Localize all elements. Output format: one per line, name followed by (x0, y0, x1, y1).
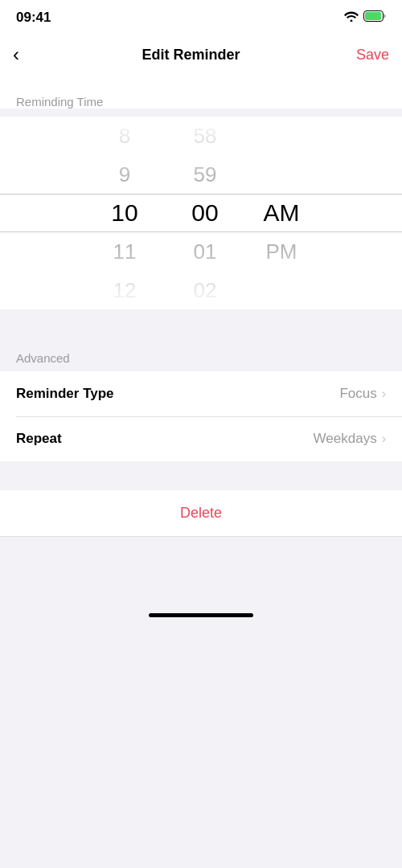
hour-item-9: 9 (84, 155, 165, 194)
picker-columns: 7 8 9 10 11 12 1 57 58 59 00 01 02 03 AM… (16, 117, 386, 309)
status-icons (344, 10, 386, 25)
minute-item-02: 02 (165, 271, 245, 309)
status-bar: 09:41 (0, 0, 402, 32)
minute-item-01: 01 (165, 232, 245, 271)
back-button[interactable]: ‹ (13, 40, 26, 69)
time-picker[interactable]: 7 8 9 10 11 12 1 57 58 59 00 01 02 03 AM… (0, 117, 402, 309)
reminder-type-value-group: Focus › (339, 386, 386, 402)
reminder-type-chevron-icon: › (382, 387, 386, 401)
hour-item-12: 12 (84, 271, 165, 309)
bottom-area (0, 537, 402, 633)
wifi-icon (344, 10, 359, 25)
home-indicator (149, 613, 253, 617)
ampm-item-empty-4 (245, 271, 318, 309)
repeat-chevron-icon: › (382, 432, 386, 446)
ampm-column[interactable]: AM PM (245, 117, 318, 309)
svg-rect-1 (365, 12, 381, 20)
repeat-value: Weekdays (314, 431, 377, 447)
delete-section-gap (0, 461, 402, 490)
ampm-item-empty-2 (245, 117, 318, 155)
status-time: 09:41 (16, 10, 51, 26)
list-section: Reminder Type Focus › Repeat Weekdays › (0, 371, 402, 461)
delete-row[interactable]: Delete (0, 490, 402, 536)
hours-column[interactable]: 7 8 9 10 11 12 1 (84, 117, 165, 309)
reminding-time-label: Reminding Time (16, 95, 386, 108)
ampm-item-empty-3 (245, 155, 318, 194)
minute-item-58: 58 (165, 117, 245, 155)
reminder-type-label: Reminder Type (16, 386, 114, 402)
ampm-item-pm: PM (245, 232, 318, 271)
battery-icon (363, 10, 386, 25)
nav-bar: ‹ Edit Reminder Save (0, 32, 402, 79)
section-gap-1 (0, 309, 402, 338)
minute-item-00: 00 (165, 194, 245, 232)
page-title: Edit Reminder (142, 47, 240, 63)
hour-item-8: 8 (84, 117, 165, 155)
delete-label: Delete (180, 505, 222, 522)
hour-item-11: 11 (84, 232, 165, 271)
hour-item-10: 10 (84, 194, 165, 232)
delete-section: Delete (0, 490, 402, 537)
repeat-label: Repeat (16, 431, 62, 447)
reminder-type-row[interactable]: Reminder Type Focus › (0, 371, 402, 416)
reminding-time-section: Reminding Time (0, 79, 402, 108)
minute-item-59: 59 (165, 155, 245, 194)
repeat-value-group: Weekdays › (314, 431, 386, 447)
reminder-type-value: Focus (339, 386, 376, 402)
advanced-section-label: Advanced (0, 338, 402, 371)
ampm-item-am: AM (245, 194, 318, 232)
repeat-row[interactable]: Repeat Weekdays › (0, 416, 402, 461)
save-button[interactable]: Save (356, 47, 389, 63)
minutes-column[interactable]: 57 58 59 00 01 02 03 (165, 117, 245, 309)
